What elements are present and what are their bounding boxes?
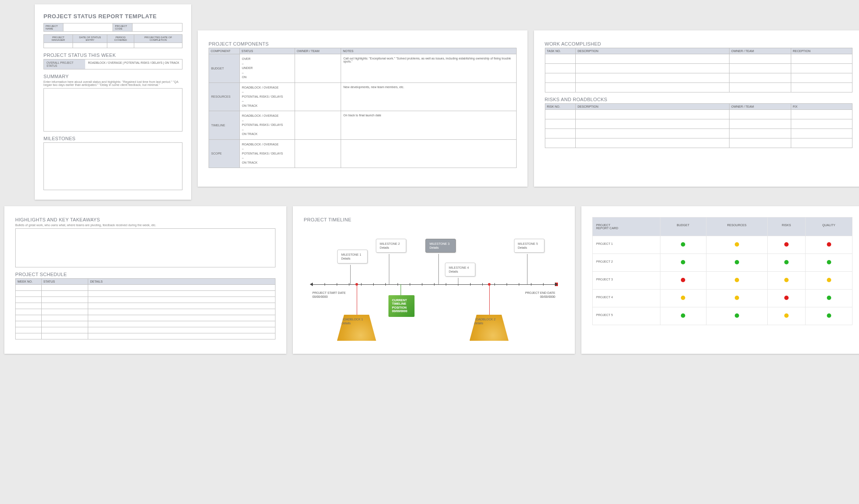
status-cell	[660, 307, 706, 325]
scorecard-row: PROJECT 2	[593, 254, 852, 272]
tick-mark	[349, 283, 349, 286]
status-cell	[806, 307, 852, 325]
highlights-hint: Bullets of great work, who owns what, wh…	[15, 224, 275, 227]
project-meta-table: PROJECT MANAGER DATE OF STATUS ENTRY PER…	[43, 34, 182, 48]
tick-mark	[507, 283, 507, 286]
risks-table: RISK NO. DESCRIPTION OWNER / TEAM FIX	[545, 103, 853, 148]
roadblock-connector	[357, 284, 357, 315]
status-cell	[706, 236, 767, 254]
component-notes	[341, 139, 516, 168]
tick-mark	[446, 283, 446, 286]
component-status: ROADBLOCK / OVERAGE–POTENTIAL RISKS / DE…	[239, 111, 295, 140]
highlights-box[interactable]	[15, 228, 275, 267]
status-cell	[660, 290, 706, 307]
tick-mark	[325, 283, 325, 286]
status-cell	[660, 236, 706, 254]
status-dot-icon	[827, 296, 831, 300]
tick-mark	[470, 283, 471, 286]
milestone-connector	[527, 254, 527, 284]
tick-mark	[531, 283, 531, 286]
summary-hint: Enter information here about overall sta…	[43, 80, 182, 86]
roadblock-box[interactable]: ROADBLOCK 1Details	[337, 315, 376, 341]
current-position-box: CURRENT TIMELINE POSITION00/00/0000	[388, 295, 415, 317]
schedule-row	[16, 327, 275, 333]
milestone-box[interactable]: MILESTONE 3Details	[425, 239, 456, 253]
status-cell	[706, 290, 767, 307]
component-owner[interactable]	[295, 54, 341, 83]
status-dot-icon	[784, 260, 789, 264]
components-table: COMPONENT STATUS OWNER / TEAM NOTES BUDG…	[209, 48, 517, 168]
scorecard-row: PROJECT 1	[593, 236, 852, 254]
scorecard-row: PROJECT 5	[593, 307, 852, 325]
component-notes: New developments, new team members, etc.	[341, 82, 516, 111]
milestone-connector	[458, 278, 458, 284]
status-dot-icon	[827, 260, 831, 264]
status-cell	[767, 272, 805, 290]
component-notes: Call out highlights: "Exceptional work."…	[341, 54, 516, 83]
overall-status-row: OVERALL PROJECT STATUS ROADBLOCK / OVERA…	[43, 59, 182, 69]
milestone-box[interactable]: MILESTONE 1Details	[337, 250, 368, 264]
page-timeline: PROJECT TIMELINE PROJECT START DATE00/00…	[293, 206, 575, 354]
roadblock-box[interactable]: ROADBLOCK 2Details	[470, 315, 509, 341]
scorecard-row: PROJECT 3	[593, 272, 852, 290]
tick-mark	[494, 283, 495, 286]
scorecard-col-resources: RESOURCES	[706, 217, 767, 236]
scorecard-col-quality: QUALITY	[806, 217, 852, 236]
status-dot-icon	[681, 278, 685, 282]
schedule-row	[16, 303, 275, 309]
risks-title: RISKS AND ROADBLOCKS	[545, 97, 853, 102]
status-dot-icon	[784, 278, 789, 282]
milestone-box[interactable]: MILESTONE 4Details	[445, 263, 475, 277]
work-table: TASK NO. DESCRIPTION OWNER / TEAM RECEPT…	[545, 48, 853, 92]
status-cell	[806, 254, 852, 272]
component-row: TIMELINEROADBLOCK / OVERAGE–POTENTIAL RI…	[209, 111, 517, 140]
status-dot-icon	[735, 313, 739, 318]
status-dot-icon	[681, 296, 685, 300]
page-highlights: HIGHLIGHTS AND KEY TAKEAWAYS Bullets of …	[4, 206, 286, 354]
status-cell	[706, 307, 767, 325]
component-owner[interactable]	[295, 111, 341, 140]
tick-mark	[410, 283, 410, 286]
components-title: PROJECT COMPONENTS	[209, 41, 517, 46]
scorecard-project-name: PROJECT 5	[593, 307, 660, 325]
component-owner[interactable]	[295, 82, 341, 111]
milestones-box[interactable]	[43, 142, 182, 190]
component-status: ROADBLOCK / OVERAGE–POTENTIAL RISKS / DE…	[239, 82, 295, 111]
component-owner[interactable]	[295, 139, 341, 168]
timeline-canvas: PROJECT START DATE00/00/0000PROJECT END …	[304, 224, 564, 349]
scorecard-table: PROJECTREPORT CARDBUDGETRESOURCESRISKSQU…	[592, 217, 852, 325]
component-row: BUDGETOVER–UNDER–ONCall out highlights: …	[209, 54, 517, 83]
current-connector	[401, 284, 401, 295]
tick-mark	[434, 283, 434, 286]
status-cell	[706, 254, 767, 272]
schedule-row	[16, 333, 275, 339]
tick-mark	[519, 283, 519, 286]
schedule-title: PROJECT SCHEDULE	[15, 272, 275, 277]
status-cell	[767, 254, 805, 272]
tick-mark	[337, 283, 337, 286]
component-name: SCOPE	[209, 139, 240, 168]
schedule-row	[16, 315, 275, 321]
milestone-box[interactable]: MILESTONE 5Details	[514, 239, 544, 253]
page-status-report: PROJECT STATUS REPORT TEMPLATE PROJECT N…	[35, 4, 191, 200]
status-dot-icon	[827, 313, 831, 318]
status-dot-icon	[784, 296, 789, 300]
scorecard-project-name: PROJECT 4	[593, 290, 660, 307]
summary-title: SUMMARY	[43, 74, 182, 79]
component-name: RESOURCES	[209, 82, 240, 111]
roadblock-connector	[489, 284, 490, 315]
summary-box[interactable]	[43, 88, 182, 132]
scorecard-project-name: PROJECT 2	[593, 254, 660, 272]
work-title: WORK ACCOMPLISHED	[545, 41, 853, 46]
status-cell	[806, 236, 852, 254]
status-cell	[767, 290, 805, 307]
tick-mark	[422, 283, 422, 286]
tick-mark	[543, 283, 544, 286]
milestone-box[interactable]: MILESTONE 2Details	[376, 239, 406, 253]
status-cell	[767, 307, 805, 325]
milestones-title: MILESTONES	[43, 136, 182, 141]
schedule-table: WEEK NO. STATUS DETAILS	[15, 278, 275, 339]
status-dot-icon	[681, 260, 685, 264]
milestone-connector	[350, 265, 351, 284]
status-cell	[767, 236, 805, 254]
